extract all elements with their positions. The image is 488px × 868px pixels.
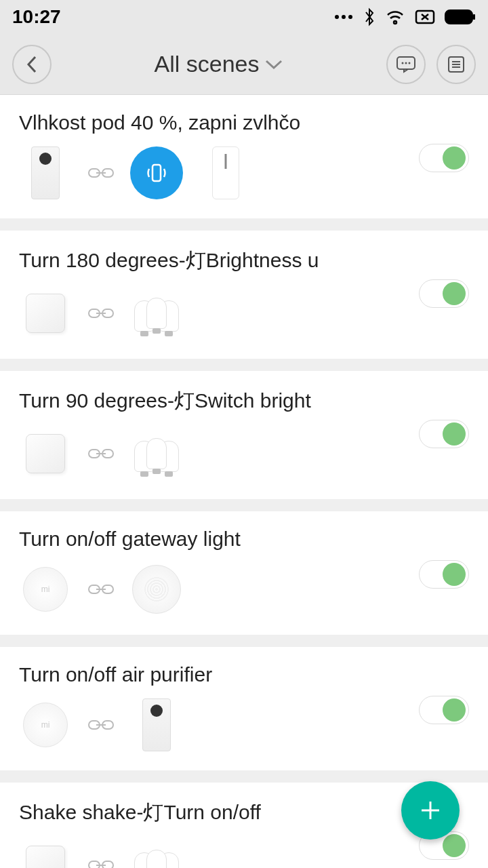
scene-card[interactable]: Turn 90 degrees-灯Switch bright: [0, 371, 488, 499]
message-icon: [396, 56, 416, 73]
cube-icon: [19, 839, 72, 868]
scene-devices: [19, 146, 469, 199]
messages-button[interactable]: [386, 45, 426, 84]
scene-toggle[interactable]: [419, 560, 469, 589]
bulbs-icon: [130, 427, 183, 480]
link-icon: [88, 446, 114, 461]
scene-toggle[interactable]: [419, 144, 469, 172]
scene-devices: [19, 427, 469, 480]
add-scene-button[interactable]: [401, 781, 460, 840]
purifier-icon: [19, 146, 72, 199]
link-icon: [88, 306, 114, 321]
scene-list: Vlhkost pod 40 %, zapni zvlhčoTurn 180 d…: [0, 95, 488, 868]
link-icon: [88, 165, 114, 180]
scene-title: Turn 90 degrees-灯Switch bright: [19, 387, 469, 415]
page-title: All scenes: [155, 51, 260, 77]
scene-title: Turn on/off air purifier: [19, 663, 469, 686]
bulbs-icon: [130, 839, 183, 868]
svg-point-9: [409, 62, 411, 64]
chevron-left-icon: [26, 55, 38, 74]
scene-card[interactable]: Turn on/off air purifiermi: [0, 647, 488, 770]
link-icon: [88, 858, 114, 868]
scene-toggle[interactable]: [419, 279, 469, 308]
scene-title: Turn 180 degrees-灯Brightness u: [19, 247, 469, 275]
scene-title: Turn on/off gateway light: [19, 528, 469, 551]
back-button[interactable]: [12, 45, 52, 84]
wifi-icon: [385, 9, 405, 25]
close-box-icon: [415, 9, 435, 24]
svg-rect-17: [152, 165, 161, 181]
scene-toggle[interactable]: [419, 420, 469, 448]
plus-icon: [418, 797, 443, 823]
svg-point-7: [402, 62, 404, 64]
status-bar: 10:27: [0, 0, 488, 34]
link-icon: [88, 582, 114, 597]
round-button-icon: mi: [19, 563, 72, 616]
scene-devices: mi: [19, 563, 469, 616]
svg-rect-4: [445, 10, 472, 24]
purifier-icon: [130, 698, 183, 751]
battery-icon: [445, 9, 476, 24]
status-icons: [333, 7, 476, 26]
scene-card[interactable]: Vlhkost pod 40 %, zapni zvlhčo: [0, 95, 488, 218]
scene-devices: [19, 287, 469, 340]
scene-toggle[interactable]: [419, 696, 469, 724]
status-time: 10:27: [12, 6, 61, 28]
link-icon: [88, 717, 114, 732]
bulbs-icon: [130, 287, 183, 340]
phone-vibrate-icon: [130, 146, 183, 199]
bluetooth-icon: [363, 7, 375, 26]
app-header: All scenes: [0, 34, 488, 95]
list-button[interactable]: [436, 45, 476, 84]
more-icon: [333, 14, 354, 20]
humidifier-icon: [199, 146, 252, 199]
scene-devices: [19, 839, 469, 868]
round-button-icon: mi: [19, 698, 72, 751]
svg-point-2: [348, 15, 352, 19]
scene-card[interactable]: Turn 180 degrees-灯Brightness u: [0, 231, 488, 359]
gateway-icon: [130, 563, 183, 616]
cube-icon: [19, 287, 72, 340]
list-icon: [447, 55, 466, 74]
header-title-dropdown[interactable]: All scenes: [52, 51, 386, 77]
svg-rect-5: [473, 14, 475, 20]
chevron-down-icon: [264, 59, 283, 70]
scene-devices: mi: [19, 698, 469, 751]
scene-card[interactable]: Turn on/off gateway lightmi: [0, 511, 488, 635]
svg-point-8: [405, 62, 407, 64]
svg-point-1: [342, 15, 346, 19]
scene-title: Vlhkost pod 40 %, zapni zvlhčo: [19, 111, 469, 134]
svg-point-0: [335, 15, 339, 19]
cube-icon: [19, 427, 72, 480]
